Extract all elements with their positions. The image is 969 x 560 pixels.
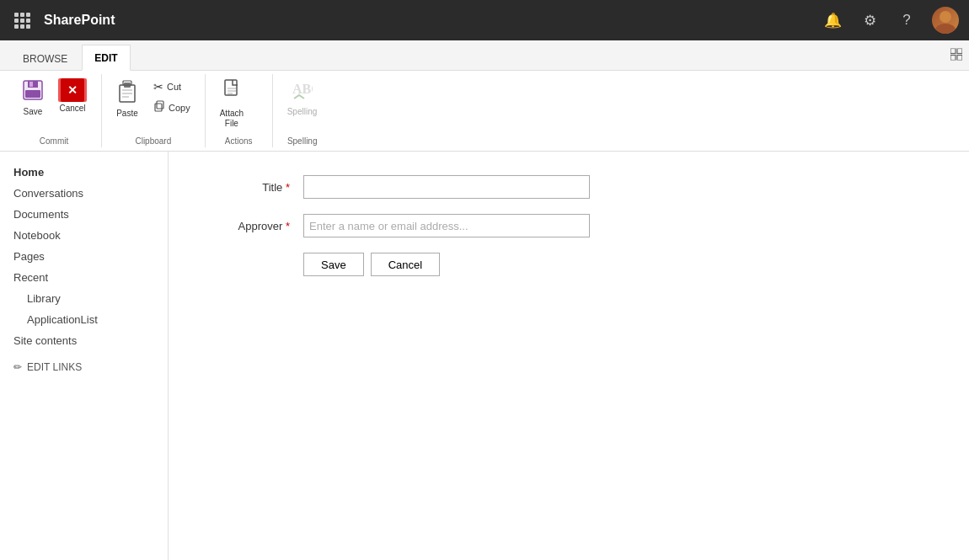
commit-group-label: Commit: [15, 133, 93, 147]
paste-icon: [116, 78, 138, 107]
top-bar-actions: 🔔 ⚙ ?: [821, 7, 959, 34]
form-buttons: Save Cancel: [303, 253, 935, 276]
main-layout: Home Conversations Documents Notebook Pa…: [0, 152, 969, 560]
title-required-star: *: [286, 181, 290, 194]
cancel-icon: ✕: [58, 78, 87, 102]
spelling-buttons: ABC Spelling: [281, 74, 324, 133]
commit-group: Save ✕ Cancel Commit: [7, 74, 102, 147]
title-input[interactable]: [303, 175, 590, 199]
cut-button[interactable]: ✂ Cut: [147, 77, 196, 96]
tab-edit[interactable]: EDIT: [82, 45, 130, 71]
settings-icon[interactable]: ⚙: [858, 8, 881, 32]
sidebar-item-documents[interactable]: Documents: [0, 204, 168, 225]
svg-rect-19: [225, 80, 237, 95]
form-cancel-button[interactable]: Cancel: [371, 253, 440, 276]
commit-buttons: Save ✕ Cancel: [15, 74, 93, 133]
approver-form-row: Approver *: [202, 214, 935, 237]
svg-rect-3: [957, 48, 962, 53]
svg-rect-4: [950, 55, 956, 60]
clipboard-group: Paste ✂ Cut Copy Cl: [102, 74, 206, 147]
cut-icon: ✂: [153, 80, 163, 93]
sidebar: Home Conversations Documents Notebook Pa…: [0, 152, 169, 560]
edit-links-pencil-icon: ✏: [13, 361, 22, 373]
cancel-label: Cancel: [59, 104, 85, 113]
svg-rect-2: [950, 48, 956, 53]
svg-rect-5: [957, 55, 962, 60]
svg-rect-9: [29, 82, 33, 87]
spelling-label: Spelling: [287, 107, 318, 116]
paste-button[interactable]: Paste: [110, 74, 144, 122]
actions-group: AttachFile Actions: [206, 74, 273, 147]
sidebar-item-library[interactable]: Library: [0, 288, 168, 309]
ribbon-toolbar: Save ✕ Cancel Commit: [0, 71, 969, 152]
clipboard-buttons: Paste ✂ Cut Copy: [110, 74, 196, 133]
app-title: SharePoint: [44, 13, 811, 28]
cut-label: Cut: [167, 82, 181, 92]
spelling-button[interactable]: ABC Spelling: [281, 74, 324, 120]
user-avatar[interactable]: [932, 7, 959, 34]
sidebar-item-notebook[interactable]: Notebook: [0, 225, 168, 246]
clipboard-group-label: Clipboard: [110, 133, 196, 147]
top-bar: SharePoint 🔔 ⚙ ?: [0, 0, 969, 40]
save-icon: [21, 78, 45, 105]
copy-button[interactable]: Copy: [147, 98, 196, 117]
sidebar-item-recent[interactable]: Recent: [0, 267, 168, 288]
save-button[interactable]: Save: [15, 74, 51, 120]
sidebar-item-conversations[interactable]: Conversations: [0, 183, 168, 204]
copy-label: Copy: [169, 103, 190, 113]
edit-links-label: EDIT LINKS: [27, 361, 82, 373]
sidebar-item-applicationlist[interactable]: ApplicationList: [0, 309, 168, 330]
attach-file-icon: [221, 78, 243, 107]
help-icon[interactable]: ?: [895, 8, 918, 32]
avatar-image: [932, 7, 959, 34]
ribbon-expand-icon[interactable]: [950, 48, 962, 62]
svg-point-1: [935, 24, 956, 34]
svg-point-0: [940, 11, 951, 23]
approver-label: Approver *: [202, 220, 303, 232]
actions-group-label: Actions: [214, 133, 264, 147]
sidebar-item-site-contents[interactable]: Site contents: [0, 330, 168, 351]
actions-buttons: AttachFile: [214, 74, 249, 133]
sidebar-item-pages[interactable]: Pages: [0, 246, 168, 267]
spelling-group-label: Spelling: [281, 133, 324, 147]
content-area: Title * Approver * Save Cancel: [169, 152, 969, 560]
approver-input[interactable]: [303, 214, 590, 237]
title-form-row: Title *: [202, 175, 935, 199]
svg-rect-18: [157, 101, 163, 109]
attach-file-button[interactable]: AttachFile: [214, 74, 249, 133]
sidebar-item-home[interactable]: Home: [0, 162, 168, 183]
app-grid-icon[interactable]: [10, 8, 34, 32]
spelling-group: ABC Spelling Spelling: [273, 74, 332, 147]
svg-text:ABC: ABC: [292, 82, 313, 96]
tab-browse[interactable]: BROWSE: [10, 45, 80, 71]
form-save-button[interactable]: Save: [303, 253, 364, 276]
title-label: Title *: [202, 181, 303, 194]
ribbon-tabs: BROWSE EDIT: [0, 40, 969, 71]
copy-icon: [153, 100, 165, 115]
spelling-icon: ABC: [291, 78, 313, 105]
cancel-button[interactable]: ✕ Cancel: [52, 74, 93, 117]
paste-label: Paste: [116, 109, 138, 118]
approver-required-star: *: [286, 220, 290, 232]
attach-file-label: AttachFile: [220, 109, 244, 129]
save-label: Save: [24, 107, 43, 116]
svg-rect-10: [25, 90, 40, 98]
edit-links-button[interactable]: ✏ EDIT LINKS: [0, 351, 168, 383]
svg-rect-17: [155, 104, 162, 111]
notification-icon[interactable]: 🔔: [821, 8, 844, 32]
